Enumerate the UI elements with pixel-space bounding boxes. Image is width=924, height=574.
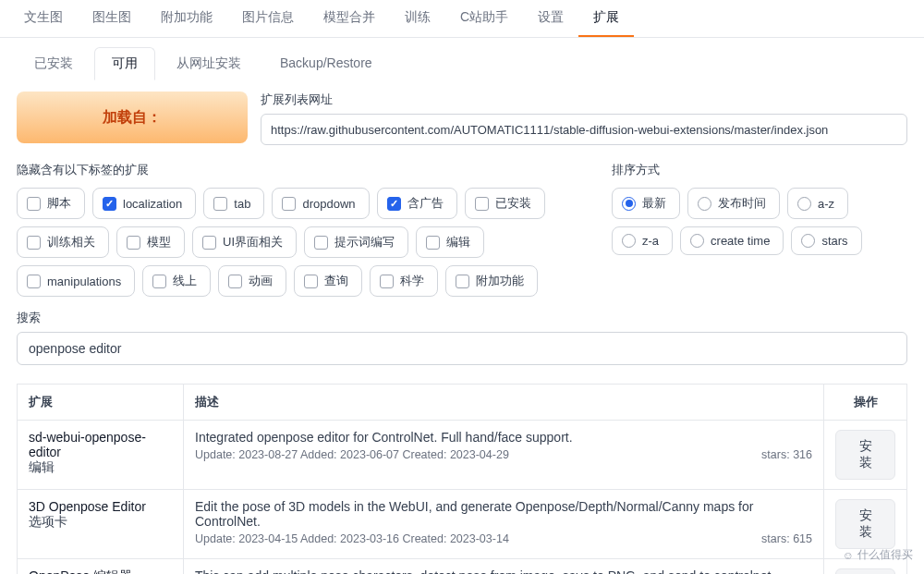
extension-name: OpenPose 编辑器 xyxy=(29,568,172,574)
chip-label: tab xyxy=(234,197,250,211)
checkbox-icon xyxy=(127,236,140,250)
checkbox-icon xyxy=(456,275,469,288)
sub-tab[interactable]: 从网址安装 xyxy=(159,47,259,80)
checkbox-icon xyxy=(387,197,401,211)
hide-tag-checkbox[interactable]: 编辑 xyxy=(416,226,484,258)
main-tab[interactable]: 扩展 xyxy=(578,0,634,37)
extension-dates: Update: 2023-04-15 Added: 2023-03-16 Cre… xyxy=(195,532,509,545)
url-label: 扩展列表网址 xyxy=(261,92,907,108)
sort-radio[interactable]: stars xyxy=(791,226,861,255)
chip-label: UI界面相关 xyxy=(223,234,283,250)
hide-tag-checkbox[interactable]: 已安装 xyxy=(465,188,545,219)
main-tab[interactable]: 文生图 xyxy=(9,0,78,37)
main-tab[interactable]: 模型合并 xyxy=(309,0,390,37)
hide-tag-checkbox[interactable]: 脚本 xyxy=(17,188,85,219)
search-label: 搜索 xyxy=(17,310,907,326)
checkbox-icon xyxy=(103,197,116,211)
main-tab[interactable]: 图片信息 xyxy=(227,0,309,37)
hide-tag-checkbox[interactable]: 训练相关 xyxy=(17,226,109,258)
checkbox-icon xyxy=(27,236,41,250)
watermark: ☺ 什么值得买 xyxy=(843,547,913,563)
hide-tag-checkbox[interactable]: localization xyxy=(92,188,196,219)
hide-tag-checkbox[interactable]: 含广告 xyxy=(377,188,457,219)
checkbox-icon xyxy=(202,236,216,250)
sort-radio[interactable]: 最新 xyxy=(612,188,680,219)
extension-stars: stars: 316 xyxy=(761,448,812,461)
checkbox-icon xyxy=(380,275,394,288)
checkbox-icon xyxy=(426,236,440,250)
hide-tags-group: 脚本localizationtabdropdown含广告已安装训练相关模型UI界… xyxy=(17,188,584,297)
chip-label: localization xyxy=(123,197,182,211)
sub-tabs: 已安装可用从网址安装Backup/Restore xyxy=(0,38,924,80)
extension-index-url-input[interactable] xyxy=(261,114,907,145)
table-row: OpenPose 编辑器选项卡This can add multiple pos… xyxy=(18,559,907,575)
checkbox-icon xyxy=(475,197,489,211)
hide-tag-checkbox[interactable]: UI界面相关 xyxy=(192,226,297,258)
extension-description: This can add multiple pose characters, d… xyxy=(195,568,812,574)
chip-label: 科学 xyxy=(400,273,424,289)
checkbox-icon xyxy=(314,236,328,250)
checkbox-icon xyxy=(304,275,318,288)
main-tab[interactable]: C站助手 xyxy=(445,0,523,37)
chip-label: 已安装 xyxy=(495,195,531,212)
hide-tag-checkbox[interactable]: 查询 xyxy=(294,265,362,297)
table-row: sd-webui-openpose-editor编辑Integrated ope… xyxy=(18,421,907,490)
extensions-table: 扩展 描述 操作 sd-webui-openpose-editor编辑Integ… xyxy=(17,384,907,574)
checkbox-icon xyxy=(27,275,41,288)
chip-label: 模型 xyxy=(147,234,171,250)
hide-tag-checkbox[interactable]: 附加功能 xyxy=(445,265,538,297)
hide-tag-checkbox[interactable]: 提示词编写 xyxy=(304,226,408,258)
hide-tag-checkbox[interactable]: 科学 xyxy=(370,265,438,297)
radio-icon xyxy=(622,197,636,211)
chip-label: 含广告 xyxy=(407,195,444,212)
main-tab[interactable]: 附加功能 xyxy=(146,0,227,37)
chip-label: manipulations xyxy=(47,275,121,288)
radio-icon xyxy=(797,197,811,211)
col-header-action: 操作 xyxy=(824,385,907,421)
checkbox-icon xyxy=(27,197,41,211)
chip-label: 查询 xyxy=(324,273,348,289)
hide-tag-checkbox[interactable]: 动画 xyxy=(218,265,286,297)
extension-dates: Update: 2023-08-27 Added: 2023-06-07 Cre… xyxy=(195,448,509,461)
main-tab[interactable]: 训练 xyxy=(390,0,445,37)
sort-radio[interactable]: z-a xyxy=(612,226,673,255)
chip-label: dropdown xyxy=(302,197,355,211)
install-button[interactable]: 安装 xyxy=(835,499,895,549)
hide-tag-checkbox[interactable]: 模型 xyxy=(116,226,185,258)
hide-tag-checkbox[interactable]: manipulations xyxy=(17,265,135,297)
main-tab[interactable]: 图生图 xyxy=(78,0,146,37)
sub-tab[interactable]: 已安装 xyxy=(17,47,91,80)
search-input[interactable] xyxy=(17,332,907,365)
main-tab[interactable]: 设置 xyxy=(523,0,578,37)
extension-description: Integrated openpose editor for ControlNe… xyxy=(195,430,812,445)
checkbox-icon xyxy=(213,197,227,211)
sort-label: 排序方式 xyxy=(612,162,907,178)
table-row: 3D Openpose Editor选项卡Edit the pose of 3D… xyxy=(18,490,907,559)
sub-tab[interactable]: Backup/Restore xyxy=(262,47,390,80)
sort-radio[interactable]: a-z xyxy=(787,188,848,219)
extension-description: Edit the pose of 3D models in the WebUI,… xyxy=(195,499,812,529)
chip-label: 附加功能 xyxy=(476,273,524,289)
extension-tag: 选项卡 xyxy=(29,514,172,531)
sort-group: 最新发布时间a-zz-acreate timestars xyxy=(612,188,907,255)
chip-label: z-a xyxy=(642,234,659,248)
radio-icon xyxy=(801,234,815,248)
hide-tag-checkbox[interactable]: dropdown xyxy=(272,188,369,219)
hide-tag-checkbox[interactable]: tab xyxy=(203,188,264,219)
hide-tag-checkbox[interactable]: 线上 xyxy=(142,265,211,297)
extension-name: 3D Openpose Editor xyxy=(29,499,172,514)
checkbox-icon xyxy=(282,197,296,211)
install-button[interactable]: 安装 xyxy=(835,430,895,480)
install-button[interactable]: 安装 xyxy=(835,568,895,574)
sort-radio[interactable]: create time xyxy=(680,226,784,255)
sort-radio[interactable]: 发布时间 xyxy=(687,188,780,219)
extension-tag: 编辑 xyxy=(29,459,172,476)
hide-tags-label: 隐藏含有以下标签的扩展 xyxy=(17,162,584,178)
chip-label: 发布时间 xyxy=(718,195,766,212)
checkbox-icon xyxy=(152,275,166,288)
chip-label: 线上 xyxy=(173,273,197,289)
radio-icon xyxy=(698,197,711,211)
radio-icon xyxy=(622,234,636,248)
sub-tab[interactable]: 可用 xyxy=(94,47,155,80)
load-from-button[interactable]: 加载自： xyxy=(17,92,248,143)
